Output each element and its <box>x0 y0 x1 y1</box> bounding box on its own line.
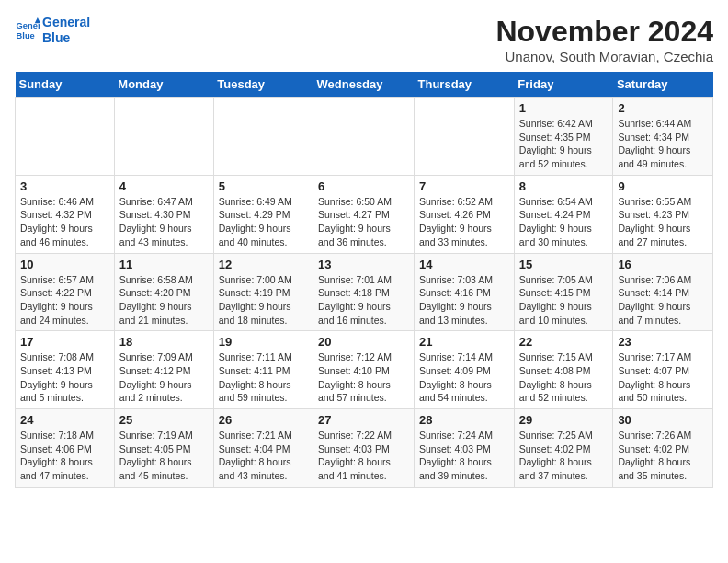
day-number: 26 <box>219 413 308 427</box>
day-number: 28 <box>419 413 509 427</box>
calendar-cell <box>313 98 415 176</box>
day-number: 7 <box>419 179 509 193</box>
day-info: Sunrise: 6:54 AM Sunset: 4:24 PM Dayligh… <box>519 195 609 249</box>
calendar-cell: 8Sunrise: 6:54 AM Sunset: 4:24 PM Daylig… <box>514 175 613 253</box>
day-info: Sunrise: 6:49 AM Sunset: 4:29 PM Dayligh… <box>219 195 308 249</box>
day-info: Sunrise: 6:47 AM Sunset: 4:30 PM Dayligh… <box>119 195 209 249</box>
day-info: Sunrise: 7:22 AM Sunset: 4:03 PM Dayligh… <box>318 429 409 483</box>
day-number: 24 <box>20 413 109 427</box>
svg-text:Blue: Blue <box>17 31 35 40</box>
calendar-cell: 1Sunrise: 6:42 AM Sunset: 4:35 PM Daylig… <box>514 98 613 176</box>
day-number: 13 <box>318 258 409 271</box>
calendar-cell: 3Sunrise: 6:46 AM Sunset: 4:32 PM Daylig… <box>16 175 115 253</box>
day-info: Sunrise: 7:03 AM Sunset: 4:16 PM Dayligh… <box>419 273 509 327</box>
day-info: Sunrise: 7:12 AM Sunset: 4:10 PM Dayligh… <box>318 350 409 405</box>
day-info: Sunrise: 7:14 AM Sunset: 4:09 PM Dayligh… <box>419 350 509 405</box>
header: General Blue General Blue November 2024 … <box>15 15 713 64</box>
day-number: 17 <box>20 335 109 349</box>
calendar-cell: 28Sunrise: 7:24 AM Sunset: 4:03 PM Dayli… <box>415 409 515 488</box>
day-number: 3 <box>20 179 109 193</box>
day-number: 2 <box>618 101 708 115</box>
calendar-cell: 23Sunrise: 7:17 AM Sunset: 4:07 PM Dayli… <box>613 331 713 409</box>
day-header-monday: Monday <box>114 72 213 98</box>
week-row-1: 1Sunrise: 6:42 AM Sunset: 4:35 PM Daylig… <box>16 98 713 176</box>
day-info: Sunrise: 7:21 AM Sunset: 4:04 PM Dayligh… <box>219 429 308 483</box>
day-info: Sunrise: 7:01 AM Sunset: 4:18 PM Dayligh… <box>318 273 409 327</box>
calendar-cell: 30Sunrise: 7:26 AM Sunset: 4:02 PM Dayli… <box>613 409 713 488</box>
calendar-cell: 11Sunrise: 6:58 AM Sunset: 4:20 PM Dayli… <box>114 253 213 331</box>
day-info: Sunrise: 6:58 AM Sunset: 4:20 PM Dayligh… <box>119 273 209 327</box>
day-number: 15 <box>519 258 609 271</box>
day-number: 30 <box>618 413 708 427</box>
calendar-cell: 14Sunrise: 7:03 AM Sunset: 4:16 PM Dayli… <box>415 253 515 331</box>
calendar-cell: 2Sunrise: 6:44 AM Sunset: 4:34 PM Daylig… <box>613 98 713 176</box>
day-number: 10 <box>20 258 109 271</box>
day-info: Sunrise: 7:15 AM Sunset: 4:08 PM Dayligh… <box>519 350 609 405</box>
calendar-cell: 18Sunrise: 7:09 AM Sunset: 4:12 PM Dayli… <box>114 331 213 409</box>
week-row-4: 17Sunrise: 7:08 AM Sunset: 4:13 PM Dayli… <box>16 331 713 409</box>
day-info: Sunrise: 7:11 AM Sunset: 4:11 PM Dayligh… <box>219 350 308 405</box>
day-number: 12 <box>219 258 308 271</box>
calendar-cell: 15Sunrise: 7:05 AM Sunset: 4:15 PM Dayli… <box>514 253 613 331</box>
day-header-tuesday: Tuesday <box>213 72 313 98</box>
day-info: Sunrise: 6:44 AM Sunset: 4:34 PM Dayligh… <box>618 117 708 171</box>
day-number: 23 <box>618 335 708 349</box>
day-number: 11 <box>119 258 209 271</box>
calendar-cell: 12Sunrise: 7:00 AM Sunset: 4:19 PM Dayli… <box>213 253 313 331</box>
day-number: 1 <box>519 101 609 115</box>
calendar-cell <box>415 98 515 176</box>
subtitle: Unanov, South Moravian, Czechia <box>495 49 713 64</box>
day-info: Sunrise: 7:05 AM Sunset: 4:15 PM Dayligh… <box>519 273 609 327</box>
day-number: 21 <box>419 335 509 349</box>
day-info: Sunrise: 7:17 AM Sunset: 4:07 PM Dayligh… <box>618 350 708 405</box>
day-info: Sunrise: 6:52 AM Sunset: 4:26 PM Dayligh… <box>419 195 509 249</box>
day-info: Sunrise: 7:09 AM Sunset: 4:12 PM Dayligh… <box>119 350 209 405</box>
calendar-cell: 13Sunrise: 7:01 AM Sunset: 4:18 PM Dayli… <box>313 253 415 331</box>
day-info: Sunrise: 6:42 AM Sunset: 4:35 PM Dayligh… <box>519 117 609 171</box>
day-info: Sunrise: 7:00 AM Sunset: 4:19 PM Dayligh… <box>219 273 308 327</box>
logo-text: General Blue <box>42 15 90 46</box>
day-number: 4 <box>119 179 209 193</box>
day-header-saturday: Saturday <box>613 72 713 98</box>
calendar-cell <box>213 98 313 176</box>
day-info: Sunrise: 6:46 AM Sunset: 4:32 PM Dayligh… <box>20 195 109 249</box>
calendar-cell: 19Sunrise: 7:11 AM Sunset: 4:11 PM Dayli… <box>213 331 313 409</box>
calendar-cell: 21Sunrise: 7:14 AM Sunset: 4:09 PM Dayli… <box>415 331 515 409</box>
day-number: 25 <box>119 413 209 427</box>
calendar-cell: 10Sunrise: 6:57 AM Sunset: 4:22 PM Dayli… <box>16 253 115 331</box>
day-header-thursday: Thursday <box>415 72 515 98</box>
calendar-cell <box>16 98 115 176</box>
day-number: 8 <box>519 179 609 193</box>
day-number: 9 <box>618 179 708 193</box>
day-number: 6 <box>318 179 409 193</box>
week-row-2: 3Sunrise: 6:46 AM Sunset: 4:32 PM Daylig… <box>16 175 713 253</box>
day-info: Sunrise: 6:57 AM Sunset: 4:22 PM Dayligh… <box>20 273 109 327</box>
calendar-cell: 25Sunrise: 7:19 AM Sunset: 4:05 PM Dayli… <box>114 409 213 488</box>
month-title: November 2024 <box>495 15 713 49</box>
calendar-cell: 4Sunrise: 6:47 AM Sunset: 4:30 PM Daylig… <box>114 175 213 253</box>
day-info: Sunrise: 7:19 AM Sunset: 4:05 PM Dayligh… <box>119 429 209 483</box>
calendar-cell: 7Sunrise: 6:52 AM Sunset: 4:26 PM Daylig… <box>415 175 515 253</box>
week-row-3: 10Sunrise: 6:57 AM Sunset: 4:22 PM Dayli… <box>16 253 713 331</box>
calendar-cell: 29Sunrise: 7:25 AM Sunset: 4:02 PM Dayli… <box>514 409 613 488</box>
day-info: Sunrise: 7:06 AM Sunset: 4:14 PM Dayligh… <box>618 273 708 327</box>
day-info: Sunrise: 6:50 AM Sunset: 4:27 PM Dayligh… <box>318 195 409 249</box>
calendar-cell: 9Sunrise: 6:55 AM Sunset: 4:23 PM Daylig… <box>613 175 713 253</box>
day-number: 14 <box>419 258 509 271</box>
calendar-cell: 24Sunrise: 7:18 AM Sunset: 4:06 PM Dayli… <box>16 409 115 488</box>
logo-line1: General <box>42 15 90 29</box>
day-number: 16 <box>618 258 708 271</box>
day-number: 18 <box>119 335 209 349</box>
calendar-table: SundayMondayTuesdayWednesdayThursdayFrid… <box>15 72 713 488</box>
logo-icon: General Blue <box>15 17 40 43</box>
calendar-body: 1Sunrise: 6:42 AM Sunset: 4:35 PM Daylig… <box>16 98 713 488</box>
calendar-cell: 17Sunrise: 7:08 AM Sunset: 4:13 PM Dayli… <box>16 331 115 409</box>
day-header-sunday: Sunday <box>16 72 115 98</box>
day-info: Sunrise: 6:55 AM Sunset: 4:23 PM Dayligh… <box>618 195 708 249</box>
logo-line2: Blue <box>42 30 70 45</box>
day-number: 5 <box>219 179 308 193</box>
day-header-friday: Friday <box>514 72 613 98</box>
day-info: Sunrise: 7:08 AM Sunset: 4:13 PM Dayligh… <box>20 350 109 405</box>
day-number: 19 <box>219 335 308 349</box>
title-area: November 2024 Unanov, South Moravian, Cz… <box>495 15 713 64</box>
